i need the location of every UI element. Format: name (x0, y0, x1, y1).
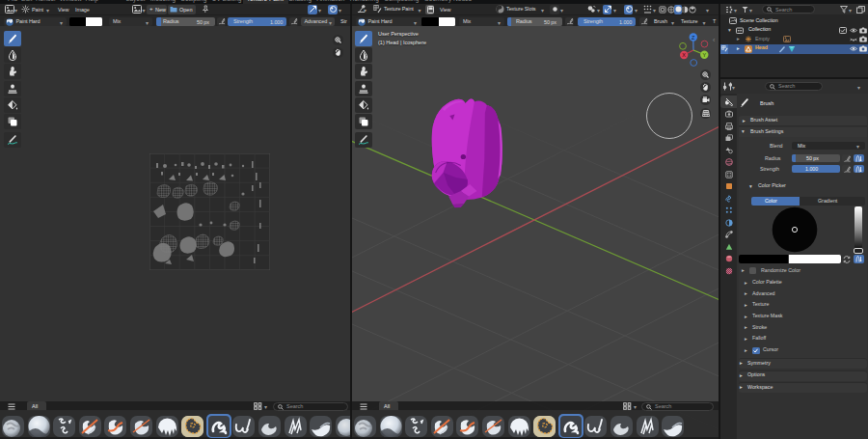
svg-text:Y: Y (702, 52, 706, 58)
svg-text:X: X (682, 52, 686, 58)
